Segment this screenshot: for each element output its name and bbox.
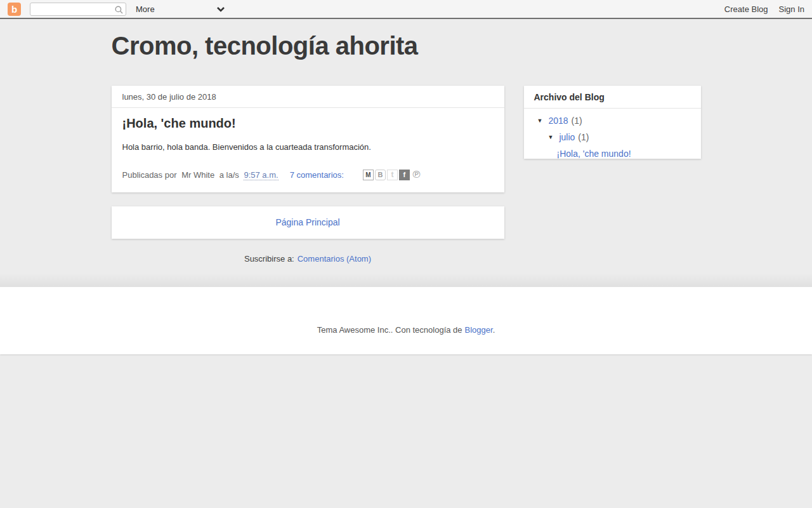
archive-year-link[interactable]: 2018: [548, 116, 568, 126]
archive-month-count: (1): [578, 132, 589, 142]
page-background: Cromo, tecnología ahorita lunes, 30 de j…: [0, 19, 812, 287]
archive-title: Archivo del Blog: [524, 86, 701, 109]
collapse-toggle-icon[interactable]: ▼: [537, 117, 543, 124]
archive-year-row: ▼ 2018 (1): [537, 116, 701, 126]
subscribe-atom-link[interactable]: Comentarios (Atom): [298, 254, 371, 264]
blogger-navbar: b More Create Blog Sign In: [0, 0, 812, 19]
post-footer: Publicadas por Mr White a la/s 9:57 a.m.…: [122, 170, 494, 192]
blog-archive-widget: Archivo del Blog ▼ 2018 (1) ▼ julio (1): [524, 86, 701, 159]
post-body: Hola barrio, hola banda. Bienvenidos a l…: [122, 142, 494, 153]
attribution-suffix: .: [493, 325, 495, 335]
chevron-down-icon: [216, 4, 225, 14]
share-button-row: M B t f ℗: [363, 170, 422, 180]
blogthis-icon[interactable]: B: [375, 170, 386, 180]
more-dropdown[interactable]: More: [136, 4, 225, 14]
archive-tree: ▼ 2018 (1) ▼ julio (1) ¡Hola, 'che mundo…: [524, 116, 701, 159]
blog-title: Cromo, tecnología ahorita: [112, 19, 701, 60]
blogger-logo-icon[interactable]: b: [8, 3, 21, 16]
search-icon[interactable]: [115, 5, 123, 17]
archive-post-row: ¡Hola, 'che mundo!: [557, 149, 701, 159]
sign-in-link[interactable]: Sign In: [779, 4, 804, 14]
archive-post-link[interactable]: ¡Hola, 'che mundo!: [557, 149, 631, 159]
facebook-icon[interactable]: f: [399, 170, 410, 180]
post-timestamp-link[interactable]: 9:57 a.m.: [244, 170, 278, 180]
byline-connector: a la/s: [219, 170, 239, 180]
archive-year-count: (1): [572, 116, 582, 126]
navbar-search: [30, 3, 126, 16]
subscribe-prefix: Suscribirse a:: [244, 254, 294, 264]
subscribe-line: Suscribirse a:Comentarios (Atom): [112, 254, 504, 264]
sidebar: Archivo del Blog ▼ 2018 (1) ▼ julio (1): [524, 86, 701, 264]
create-blog-link[interactable]: Create Blog: [724, 4, 768, 14]
pinterest-icon[interactable]: ℗: [411, 170, 422, 180]
archive-month-row: ▼ julio (1): [548, 132, 701, 142]
footer: Tema Awesome Inc.. Con tecnología deBlog…: [0, 287, 812, 354]
attribution-text: Tema Awesome Inc.. Con tecnología de: [317, 325, 462, 335]
more-dropdown-label: More: [136, 4, 155, 14]
comments-link[interactable]: 7 comentarios:: [290, 170, 344, 180]
archive-month-link[interactable]: julio: [559, 132, 575, 142]
twitter-icon[interactable]: t: [387, 170, 398, 180]
pager-card: Página Principal: [112, 206, 504, 239]
post-author: Mr White: [181, 170, 214, 180]
collapse-toggle-icon[interactable]: ▼: [548, 134, 554, 140]
post-byline: Publicadas por Mr White a la/s 9:57 a.m.: [122, 170, 278, 180]
main-column: lunes, 30 de julio de 2018 ¡Hola, 'che m…: [112, 86, 504, 264]
post-card: lunes, 30 de julio de 2018 ¡Hola, 'che m…: [112, 86, 504, 192]
post-date-header: lunes, 30 de julio de 2018: [112, 86, 504, 108]
post-title: ¡Hola, 'che mundo!: [122, 116, 494, 131]
blogger-attribution-link[interactable]: Blogger: [465, 325, 493, 335]
byline-prefix: Publicadas por: [122, 170, 177, 180]
home-page-link[interactable]: Página Principal: [275, 217, 339, 227]
search-input[interactable]: [30, 3, 126, 16]
email-icon[interactable]: M: [363, 170, 374, 180]
